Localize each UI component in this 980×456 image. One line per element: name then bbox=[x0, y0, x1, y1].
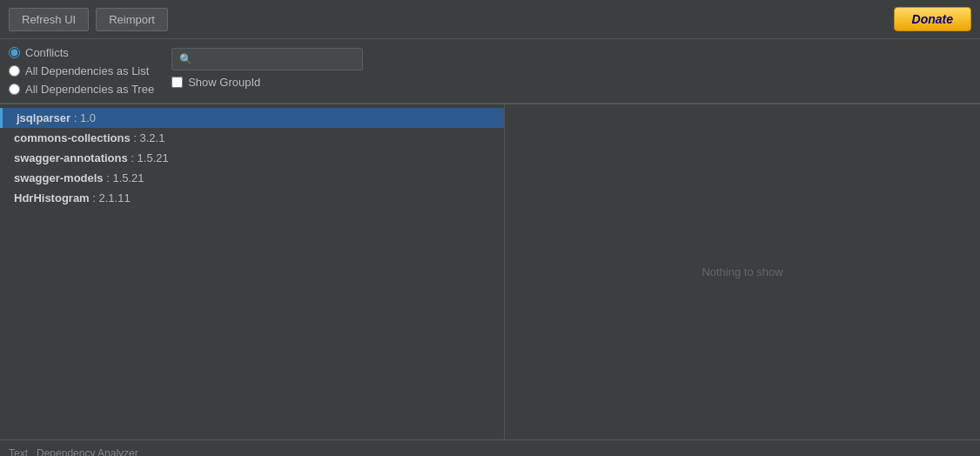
top-bar-left: Refresh UI Reimport bbox=[9, 8, 168, 31]
nothing-to-show-label: Nothing to show bbox=[701, 265, 782, 278]
refresh-ui-button[interactable]: Refresh UI bbox=[9, 8, 89, 31]
item-version: : 2.1.11 bbox=[90, 191, 131, 205]
list-item[interactable]: jsqlparser : 1.0 bbox=[0, 108, 504, 128]
list-item[interactable]: HdrHistogram : 2.1.11 bbox=[0, 188, 504, 208]
show-groupid-item[interactable]: Show GroupId bbox=[171, 76, 363, 89]
list-item[interactable]: swagger-annotations : 1.5.21 bbox=[0, 148, 504, 168]
options-bar: Conflicts All Dependencies as List All D… bbox=[0, 39, 980, 104]
item-version: : 1.5.21 bbox=[128, 151, 169, 164]
conflicts-label: Conflicts bbox=[25, 46, 69, 59]
view-radio-group: Conflicts All Dependencies as List All D… bbox=[9, 46, 154, 96]
search-input[interactable] bbox=[196, 53, 355, 66]
search-box[interactable]: 🔍 bbox=[171, 48, 363, 70]
status-bar: Text Dependency Analyzer bbox=[0, 439, 980, 456]
item-name: swagger-models bbox=[14, 171, 104, 184]
donate-button[interactable]: Donate bbox=[894, 7, 971, 31]
item-name: commons-collections bbox=[14, 131, 131, 144]
item-version: : 1.5.21 bbox=[104, 171, 144, 184]
show-groupid-label: Show GroupId bbox=[188, 76, 260, 89]
all-deps-tree-radio[interactable] bbox=[9, 84, 20, 95]
top-bar: Refresh UI Reimport Donate bbox=[0, 0, 980, 39]
list-item[interactable]: commons-collections : 3.2.1 bbox=[0, 128, 504, 148]
item-name: jsqlparser bbox=[17, 111, 70, 124]
item-version: : 3.2.1 bbox=[131, 131, 165, 144]
all-deps-tree-label: All Dependencies as Tree bbox=[25, 83, 154, 96]
item-version: : 1.0 bbox=[70, 111, 96, 124]
status-text: Text bbox=[9, 447, 28, 457]
item-name: HdrHistogram bbox=[14, 191, 90, 205]
content-area: jsqlparser : 1.0commons-collections : 3.… bbox=[0, 104, 980, 439]
status-analyzer: Dependency Analyzer bbox=[37, 447, 138, 457]
all-deps-list-radio-item[interactable]: All Dependencies as List bbox=[9, 64, 154, 77]
conflicts-radio[interactable] bbox=[9, 47, 20, 58]
conflicts-radio-item[interactable]: Conflicts bbox=[9, 46, 154, 59]
list-item[interactable]: swagger-models : 1.5.21 bbox=[0, 168, 504, 188]
search-icon: 🔍 bbox=[179, 53, 192, 65]
all-deps-tree-radio-item[interactable]: All Dependencies as Tree bbox=[9, 83, 154, 96]
show-groupid-checkbox[interactable] bbox=[171, 77, 183, 88]
all-deps-list-radio[interactable] bbox=[9, 65, 20, 77]
item-name: swagger-annotations bbox=[14, 151, 128, 164]
right-panel: Nothing to show bbox=[505, 104, 980, 439]
all-deps-list-label: All Dependencies as List bbox=[25, 64, 149, 77]
reimport-button[interactable]: Reimport bbox=[96, 8, 168, 31]
left-panel: jsqlparser : 1.0commons-collections : 3.… bbox=[0, 104, 505, 439]
